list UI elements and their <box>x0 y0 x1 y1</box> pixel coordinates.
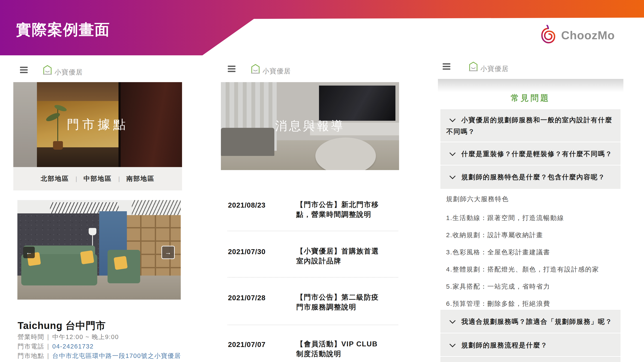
faq-question: 什麼是重裝修？什麼是輕裝修？有什麼不同嗎？ <box>461 150 612 158</box>
site-logo-house-icon[interactable] <box>250 63 261 74</box>
faq-page-title: 常見問題 <box>440 93 620 104</box>
choozmo-logo-text: ChoozMo <box>561 28 615 42</box>
faq-answer-item: 1.生活動線：跟著空間，打造流暢動線 <box>446 214 564 222</box>
faq-question: 我適合規劃服務嗎？誰適合「規劃師服務」呢？ <box>461 318 612 325</box>
faq-answer-item: 6.預算管理：刪除多餘，拒絕浪費 <box>446 299 550 308</box>
site-name[interactable]: 小寶優居 <box>480 64 509 73</box>
news-hero-title: 消息與報導 <box>221 82 399 170</box>
phone-link[interactable]: 04-24261732 <box>52 343 94 350</box>
page-title: 實際案例畫面 <box>16 20 110 40</box>
choozmo-logo: ChoozMo <box>538 25 615 45</box>
faq-item[interactable]: 我適合規劃服務嗎？誰適合「規劃師服務」呢？ <box>440 310 620 333</box>
chevron-down-icon[interactable] <box>449 320 456 324</box>
store-carousel-image <box>18 200 181 300</box>
slide-canvas: 實際案例畫面 ChoozMo 小寶優居 門市據點 <box>0 0 644 362</box>
chevron-down-icon[interactable] <box>449 118 456 123</box>
chevron-down-icon[interactable] <box>449 175 456 180</box>
chevron-down-icon[interactable] <box>449 152 456 157</box>
news-date[interactable]: 2021/08/23 <box>228 201 266 209</box>
site-logo-house-icon[interactable] <box>42 64 53 75</box>
store-info-row-hours: 營業時間|中午12:00 ~ 晚上9:00 <box>18 333 185 342</box>
store-title: Taichung 台中門市 <box>18 319 106 333</box>
faq-answer-item: 3.色彩風格：全屋色彩計畫建議書 <box>446 248 550 257</box>
news-date[interactable]: 2021/07/30 <box>228 248 266 256</box>
news-divider <box>228 231 398 231</box>
faq-answer-item: 2.收納規劃：設計專屬收納計畫 <box>446 231 543 240</box>
tab-north[interactable]: 北部地區 <box>41 174 69 183</box>
address-link[interactable]: 台中市北屯區環中路一段1700號之小寶優居 <box>52 352 181 359</box>
news-date[interactable]: 2021/07/28 <box>228 294 266 302</box>
faq-item[interactable]: 小寶優居的規劃師服務和一般的室內設計有什麼不同嗎？ <box>440 109 620 142</box>
arrow-left-icon: ← <box>26 249 32 256</box>
tab-central[interactable]: 中部地區 <box>84 174 112 183</box>
store-info-row-phone: 門市電話|04-24261732 <box>18 342 185 352</box>
news-title[interactable]: 【門市公告】第二級防疫 門市服務調整說明 <box>296 292 382 312</box>
store-hero-title: 門市據點 <box>13 82 182 167</box>
faq-item[interactable] <box>440 357 620 362</box>
tab-separator: | <box>76 175 77 182</box>
store-info-row-address: 門市地點|台中市北屯區環中路一段1700號之小寶優居 <box>18 352 185 361</box>
chevron-down-icon[interactable] <box>449 343 456 348</box>
news-date[interactable]: 2021/07/07 <box>228 341 266 349</box>
faq-item[interactable]: 規劃師的服務流程是什麼？ <box>440 334 620 356</box>
faq-item[interactable]: 什麼是重裝修？什麼是輕裝修？有什麼不同嗎？ <box>440 142 620 165</box>
news-hero-image: 消息與報導 <box>221 82 399 170</box>
site-logo-house-icon[interactable] <box>468 61 479 71</box>
faq-question: 規劃師的服務特色是什麼？包含什麼內容呢？ <box>461 173 605 181</box>
menu-icon[interactable] <box>443 63 450 70</box>
news-title[interactable]: 【小寶優居】首購族首選室內設計品牌 <box>296 246 382 266</box>
tab-separator: | <box>118 175 120 182</box>
news-divider <box>228 325 398 325</box>
faq-item[interactable]: 規劃師的服務特色是什麼？包含什麼內容呢？ <box>440 166 620 189</box>
site-name[interactable]: 小寶優居 <box>54 68 83 77</box>
faq-answer-item: 5.家具搭配：一站完成，省時省力 <box>446 282 550 291</box>
news-divider <box>228 277 398 278</box>
faq-question: 規劃師的服務流程是什麼？ <box>461 342 548 349</box>
faq-question: 小寶優居的規劃師服務和一般的室內設計有什麼不同嗎？ <box>446 116 612 135</box>
tab-south[interactable]: 南部地區 <box>126 174 154 183</box>
menu-icon[interactable] <box>228 66 236 72</box>
store-info-list: 營業時間|中午12:00 ~ 晚上9:00 門市電話|04-24261732 門… <box>18 333 185 362</box>
choozmo-spiral-icon <box>538 25 558 45</box>
news-title[interactable]: 【會員活動】VIP CLUB制度活動說明 <box>296 339 382 359</box>
faq-answer-item: 4.整體規劃：搭配燈光、顏色，打造有設計感的家 <box>446 265 599 274</box>
faq-answer-intro: 規劃師六大服務特色 <box>446 195 509 204</box>
store-hero-image: 門市據點 <box>13 82 182 167</box>
arrow-right-icon: → <box>165 249 171 256</box>
carousel-prev-button[interactable]: ← <box>23 247 35 258</box>
carousel-next-button[interactable]: → <box>162 246 175 259</box>
menu-icon[interactable] <box>20 67 28 73</box>
scroll-shadow <box>438 79 624 94</box>
store-info-row-parking: 停車資訊|門市停車場 <box>18 361 185 362</box>
region-tabs: 北部地區 | 中部地區 | 南部地區 <box>13 167 182 190</box>
site-name[interactable]: 小寶優居 <box>262 67 291 76</box>
news-title[interactable]: 【門市公告】新北門市移點，營業時間調整說明 <box>296 200 382 219</box>
